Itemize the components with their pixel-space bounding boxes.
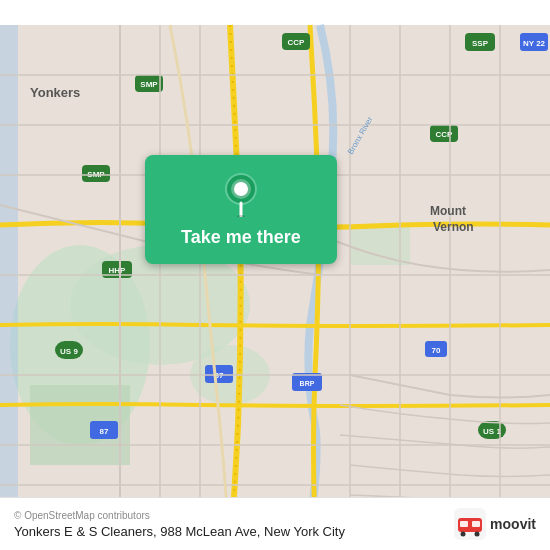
svg-rect-45 [472,521,480,527]
location-pin-icon [223,173,259,221]
svg-text:Vernon: Vernon [433,220,474,234]
take-me-there-button[interactable]: Take me there [145,155,337,264]
svg-point-46 [461,532,466,537]
moovit-label: moovit [490,516,536,532]
svg-text:HHP: HHP [109,266,127,275]
bottom-bar: © OpenStreetMap contributors Yonkers E &… [0,497,550,550]
svg-point-41 [237,215,245,217]
svg-text:Yonkers: Yonkers [30,85,80,100]
bottom-left-info: © OpenStreetMap contributors Yonkers E &… [14,510,345,539]
svg-point-47 [475,532,480,537]
svg-text:SSP: SSP [472,39,489,48]
svg-text:NY 22: NY 22 [523,39,546,48]
svg-text:SMP: SMP [140,80,158,89]
svg-text:US 9: US 9 [60,347,78,356]
cta-label: Take me there [181,227,301,248]
svg-text:US 1: US 1 [483,427,501,436]
cta-button-container[interactable]: Take me there [145,155,337,264]
svg-rect-44 [460,521,468,527]
map-background: 87 BRP US 9 US 1 70 NY 22 SSP CCP CCP SM… [0,0,550,550]
svg-text:Mount: Mount [430,204,466,218]
svg-point-40 [234,182,248,196]
location-text: Yonkers E & S Cleaners, 988 McLean Ave, … [14,524,345,539]
map-container: 87 BRP US 9 US 1 70 NY 22 SSP CCP CCP SM… [0,0,550,550]
moovit-logo: moovit [454,508,536,540]
svg-text:70: 70 [432,346,441,355]
svg-text:BRP: BRP [300,380,315,387]
moovit-icon [454,508,486,540]
svg-text:CCP: CCP [288,38,306,47]
svg-rect-5 [350,225,410,265]
copyright-text: © OpenStreetMap contributors [14,510,345,521]
svg-text:87: 87 [100,427,109,436]
